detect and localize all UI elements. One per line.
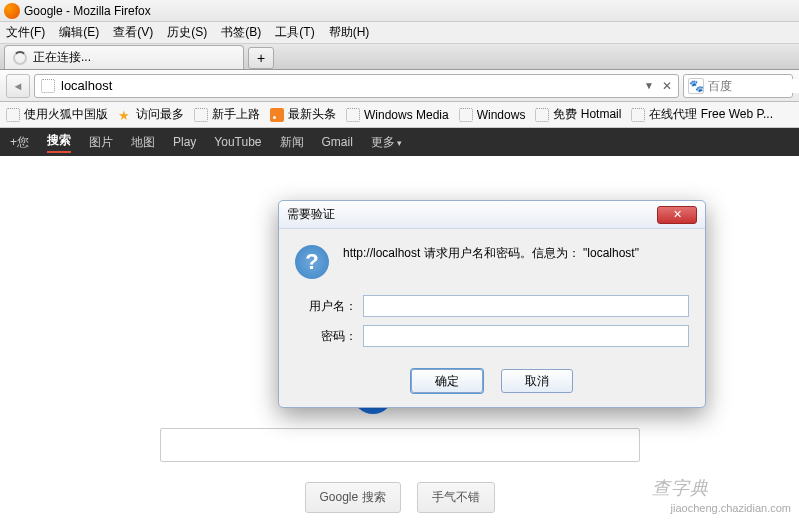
new-tab-button[interactable]: + <box>248 47 274 69</box>
question-icon: ? <box>295 245 329 279</box>
google-buttons: Google 搜索 手气不错 <box>304 482 494 513</box>
dialog-title: 需要验证 <box>287 206 335 223</box>
menu-history[interactable]: 历史(S) <box>167 24 207 41</box>
tab-label: 正在连接... <box>33 49 91 66</box>
ok-button[interactable]: 确定 <box>411 369 483 393</box>
dialog-footer: 确定 取消 <box>279 361 705 407</box>
browser-searchbox[interactable]: 🐾 <box>683 74 793 98</box>
username-label: 用户名： <box>295 298 363 315</box>
site-identity-icon <box>41 79 55 93</box>
page-icon <box>459 108 473 122</box>
gbar-you[interactable]: +您 <box>10 134 29 151</box>
back-button[interactable]: ◄ <box>6 74 30 98</box>
menu-view[interactable]: 查看(V) <box>113 24 153 41</box>
navbar: ◄ ▼ ✕ 🐾 <box>0 70 799 102</box>
gbar-play[interactable]: Play <box>173 135 196 149</box>
gbar-images[interactable]: 图片 <box>89 134 113 151</box>
close-button[interactable]: ✕ <box>657 206 697 224</box>
search-input[interactable] <box>708 79 799 93</box>
page-icon <box>631 108 645 122</box>
url-input[interactable] <box>61 78 638 93</box>
bookmark-getting-started[interactable]: 新手上路 <box>194 106 260 123</box>
star-icon: ★ <box>118 108 132 122</box>
bookmark-hotmail[interactable]: 免费 Hotmail <box>535 106 621 123</box>
menu-file[interactable]: 文件(F) <box>6 24 45 41</box>
password-input[interactable] <box>363 325 689 347</box>
bookmark-windows[interactable]: Windows <box>459 108 526 122</box>
rss-icon <box>270 108 284 122</box>
menubar: 文件(F) 编辑(E) 查看(V) 历史(S) 书签(B) 工具(T) 帮助(H… <box>0 22 799 44</box>
username-input[interactable] <box>363 295 689 317</box>
dialog-titlebar[interactable]: 需要验证 ✕ <box>279 201 705 229</box>
watermark-small: jiaocheng.chazidian.com <box>671 502 791 514</box>
gbar-maps[interactable]: 地图 <box>131 134 155 151</box>
tabstrip: 正在连接... + <box>0 44 799 70</box>
bookmark-windows-media[interactable]: Windows Media <box>346 108 449 122</box>
menu-tools[interactable]: 工具(T) <box>275 24 314 41</box>
google-topbar: +您 搜索 图片 地图 Play YouTube 新闻 Gmail 更多 <box>0 128 799 156</box>
page-icon <box>535 108 549 122</box>
page-icon <box>346 108 360 122</box>
gbar-gmail[interactable]: Gmail <box>322 135 353 149</box>
browser-tab[interactable]: 正在连接... <box>4 45 244 69</box>
window-title: Google - Mozilla Firefox <box>24 4 151 18</box>
dialog-body: ? http://localhost 请求用户名和密码。信息为： "localh… <box>279 229 705 361</box>
password-label: 密码： <box>295 328 363 345</box>
bookmark-headlines[interactable]: 最新头条 <box>270 106 336 123</box>
firefox-icon <box>4 3 20 19</box>
urlbar[interactable]: ▼ ✕ <box>34 74 679 98</box>
bookmark-most-visited[interactable]: ★访问最多 <box>118 106 184 123</box>
gbar-more[interactable]: 更多 <box>371 134 403 151</box>
stop-reload-icon[interactable]: ✕ <box>662 79 672 93</box>
google-lucky-button[interactable]: 手气不错 <box>417 482 495 513</box>
menu-help[interactable]: 帮助(H) <box>329 24 370 41</box>
auth-dialog: 需要验证 ✕ ? http://localhost 请求用户名和密码。信息为： … <box>278 200 706 408</box>
page-icon <box>194 108 208 122</box>
menu-edit[interactable]: 编辑(E) <box>59 24 99 41</box>
bookmark-proxy[interactable]: 在线代理 Free Web P... <box>631 106 773 123</box>
page-icon <box>6 108 20 122</box>
window-titlebar: Google - Mozilla Firefox <box>0 0 799 22</box>
google-search-button[interactable]: Google 搜索 <box>304 482 400 513</box>
gbar-youtube[interactable]: YouTube <box>214 135 261 149</box>
bookmarks-toolbar: 使用火狐中国版 ★访问最多 新手上路 最新头条 Windows Media Wi… <box>0 102 799 128</box>
dialog-message: http://localhost 请求用户名和密码。信息为： "localhos… <box>343 245 639 262</box>
cancel-button[interactable]: 取消 <box>501 369 573 393</box>
bookmark-firefox-cn[interactable]: 使用火狐中国版 <box>6 106 108 123</box>
menu-bookmarks[interactable]: 书签(B) <box>221 24 261 41</box>
watermark-large: 查字典 <box>652 476 709 500</box>
loading-spinner-icon <box>13 51 27 65</box>
google-search-input[interactable] <box>160 428 640 462</box>
gbar-search[interactable]: 搜索 <box>47 132 71 153</box>
urlbar-dropdown-icon[interactable]: ▼ <box>644 80 654 91</box>
gbar-news[interactable]: 新闻 <box>280 134 304 151</box>
baidu-icon[interactable]: 🐾 <box>688 78 704 94</box>
